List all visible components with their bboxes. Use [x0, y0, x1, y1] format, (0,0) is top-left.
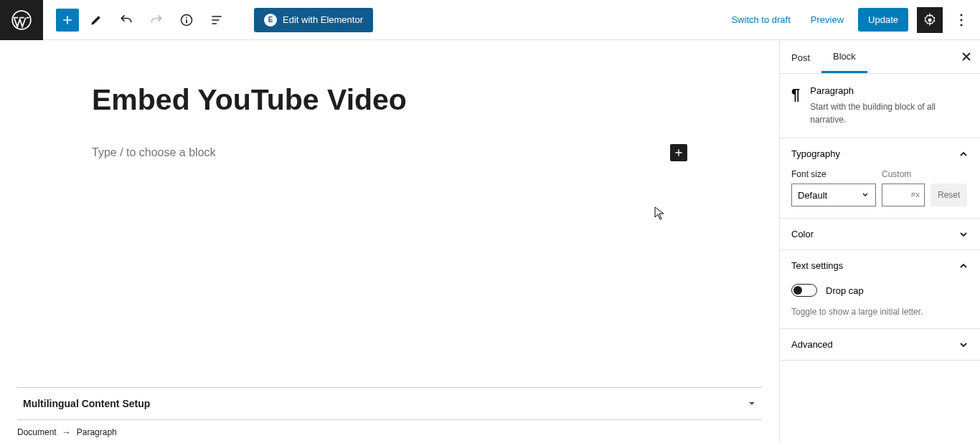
chevron-down-icon	[958, 229, 969, 239]
text-settings-body: Drop cap Toggle to show a large initial …	[780, 281, 980, 328]
breadcrumb-leaf[interactable]: Paragraph	[77, 427, 117, 437]
editor-canvas: Embed YouTube Video Type / to choose a b…	[0, 40, 779, 443]
svg-point-5	[961, 19, 963, 21]
redo-button[interactable]	[143, 7, 169, 33]
info-icon	[179, 13, 194, 27]
post-title[interactable]: Embed YouTube Video	[92, 83, 687, 117]
advanced-panel: Advanced	[780, 329, 980, 361]
close-sidebar-button[interactable]	[953, 40, 980, 73]
custom-size-input[interactable]	[882, 184, 925, 206]
switch-to-draft-button[interactable]: Switch to draft	[725, 10, 796, 29]
block-type-title: Paragraph	[810, 85, 969, 96]
svg-point-2	[186, 16, 187, 18]
outline-button[interactable]	[204, 7, 230, 33]
drop-cap-row: Drop cap	[791, 281, 969, 300]
font-size-label: Font size	[791, 169, 876, 179]
typography-header[interactable]: Typography	[780, 138, 980, 169]
block-placeholder: Type / to choose a block	[92, 146, 670, 159]
typography-body: Font size Default Custom Reset	[780, 169, 980, 218]
chevron-down-icon	[958, 340, 969, 350]
svg-point-4	[961, 14, 963, 16]
more-options-button[interactable]	[951, 7, 971, 33]
font-size-value: Default	[798, 190, 827, 201]
redo-icon	[149, 13, 164, 27]
edit-mode-button[interactable]	[83, 7, 109, 33]
toolbar-right: Switch to draft Preview Update	[725, 7, 980, 33]
color-header[interactable]: Color	[780, 219, 980, 249]
font-size-field: Font size Default	[791, 169, 876, 206]
block-info-text: Paragraph Start with the building block …	[810, 85, 969, 126]
text-settings-header[interactable]: Text settings	[780, 250, 980, 281]
sidebar-tabs: Post Block	[780, 40, 980, 74]
add-block-button[interactable]	[56, 9, 79, 32]
main-area: Embed YouTube Video Type / to choose a b…	[0, 40, 980, 443]
drop-cap-label: Drop cap	[826, 285, 864, 296]
typography-title: Typography	[791, 148, 840, 159]
breadcrumb-root[interactable]: Document	[17, 427, 57, 437]
plus-icon	[60, 13, 75, 27]
elementor-button[interactable]: E Edit with Elementor	[254, 8, 373, 32]
wordpress-logo[interactable]	[0, 0, 43, 40]
plus-icon	[673, 147, 684, 158]
undo-button[interactable]	[113, 7, 139, 33]
list-icon	[209, 13, 224, 27]
settings-button[interactable]	[917, 7, 943, 33]
paragraph-block[interactable]: Type / to choose a block	[92, 144, 687, 161]
drop-cap-hint: Toggle to show a large initial letter.	[791, 307, 969, 317]
advanced-header[interactable]: Advanced	[780, 329, 980, 360]
info-button[interactable]	[174, 7, 199, 33]
add-block-inline-button[interactable]	[670, 144, 687, 161]
preview-button[interactable]: Preview	[805, 10, 849, 29]
block-type-desc: Start with the building block of all nar…	[810, 100, 969, 126]
svg-point-3	[928, 18, 932, 22]
custom-label: Custom	[882, 169, 925, 179]
close-icon	[961, 52, 971, 62]
undo-icon	[119, 13, 133, 27]
editor-footer: Multilingual Content Setup	[17, 387, 762, 420]
metabox-multilingual[interactable]: Multilingual Content Setup	[17, 387, 762, 420]
cursor-icon	[654, 206, 666, 221]
wordpress-icon	[11, 10, 32, 30]
settings-sidebar: Post Block ¶ Paragraph Start with the bu…	[779, 40, 980, 443]
custom-size-field: Custom	[882, 169, 925, 206]
color-title: Color	[791, 229, 814, 239]
font-size-row: Font size Default Custom Reset	[791, 169, 969, 206]
svg-point-6	[961, 24, 963, 26]
triangle-down-icon	[748, 400, 756, 407]
typography-panel: Typography Font size Default Custom	[780, 138, 980, 219]
tab-post[interactable]: Post	[780, 40, 821, 73]
arrow-right-icon: →	[62, 427, 71, 437]
update-button[interactable]: Update	[858, 8, 908, 32]
text-settings-panel: Text settings Drop cap Toggle to show a …	[780, 250, 980, 329]
elementor-label: Edit with Elementor	[283, 14, 363, 25]
dots-vertical-icon	[960, 14, 963, 27]
font-size-select[interactable]: Default	[791, 184, 876, 206]
drop-cap-toggle[interactable]	[791, 284, 817, 297]
breadcrumb: Document → Paragraph	[17, 427, 117, 437]
paragraph-icon: ¶	[791, 85, 800, 126]
color-panel: Color	[780, 219, 980, 250]
toolbar-left: E Edit with Elementor	[43, 7, 386, 33]
chevron-up-icon	[958, 149, 969, 159]
tab-block[interactable]: Block	[821, 40, 867, 73]
chevron-down-icon	[861, 191, 870, 199]
metabox-title: Multilingual Content Setup	[23, 398, 150, 409]
editor-content: Embed YouTube Video Type / to choose a b…	[92, 40, 687, 161]
top-toolbar: E Edit with Elementor Switch to draft Pr…	[0, 0, 980, 40]
reset-font-button[interactable]: Reset	[930, 184, 967, 206]
chevron-up-icon	[958, 261, 969, 271]
text-settings-title: Text settings	[791, 260, 843, 271]
gear-icon	[923, 13, 937, 27]
pencil-icon	[89, 13, 103, 27]
advanced-title: Advanced	[791, 339, 833, 350]
block-info-panel: ¶ Paragraph Start with the building bloc…	[780, 74, 980, 138]
elementor-icon: E	[264, 14, 277, 27]
